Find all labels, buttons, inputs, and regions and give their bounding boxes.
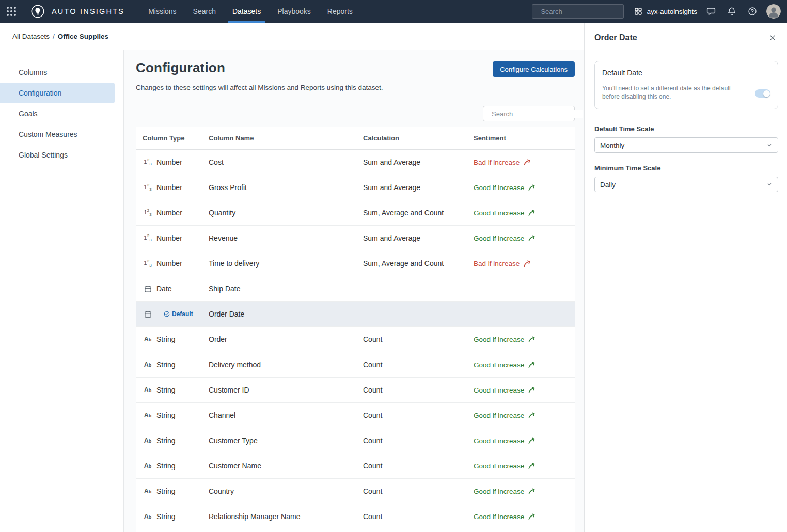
number-icon: 123 <box>143 233 153 242</box>
sidebar-item-columns[interactable]: Columns <box>0 62 115 83</box>
table-row[interactable]: Ab String Order Count Good if increase <box>136 327 575 352</box>
calculation: Count <box>363 462 474 470</box>
sentiment-selector[interactable]: Good if increase <box>474 513 536 521</box>
sentiment-selector[interactable]: Good if increase <box>474 386 536 394</box>
table-row[interactable]: 123 Number Gross Profit Sum and Average … <box>136 175 575 200</box>
sentiment-label: Good if increase <box>474 386 524 394</box>
workspace-grid-icon <box>634 7 642 15</box>
messages-button[interactable] <box>704 5 718 18</box>
column-name: Customer Name <box>209 462 363 470</box>
table-row[interactable]: 123 Number Time to delivery Sum, Average… <box>136 251 575 276</box>
sentiment-selector[interactable]: Good if increase <box>474 437 536 445</box>
table-row[interactable]: Default Order Date <box>136 302 575 327</box>
calculation: Sum, Average and Count <box>363 209 474 217</box>
default-date-toggle[interactable] <box>755 89 770 98</box>
calculation: Count <box>363 512 474 521</box>
sentiment-label: Good if increase <box>474 513 524 521</box>
table-body: 123 Number Cost Sum and Average Bad if i… <box>136 150 575 529</box>
sentiment-selector[interactable]: Bad if increase <box>474 260 531 268</box>
brand-title: AUTO INSIGHTS <box>52 7 124 15</box>
sidebar-item-configuration[interactable]: Configuration <box>0 83 115 103</box>
close-panel-button[interactable] <box>767 32 778 43</box>
table-row[interactable]: Ab String Customer Type Count Good if in… <box>136 428 575 453</box>
trend-up-icon <box>528 488 536 495</box>
sentiment-label: Good if increase <box>474 234 524 242</box>
help-button[interactable] <box>746 5 759 18</box>
sentiment-label: Good if increase <box>474 336 524 343</box>
column-type-label: String <box>156 335 176 343</box>
number-icon: 123 <box>143 158 153 166</box>
column-name: Quantity <box>209 209 363 217</box>
sentiment-selector[interactable]: Good if increase <box>474 234 536 242</box>
column-type-label: String <box>156 361 176 369</box>
sentiment-selector[interactable]: Good if increase <box>474 488 536 495</box>
auto-insights-logo-icon[interactable] <box>30 4 45 19</box>
default-badge: Default <box>164 310 193 318</box>
column-name: Customer ID <box>209 386 363 394</box>
workspace-switcher[interactable]: ayx-autoinsights <box>634 7 697 15</box>
header-column-name: Column Name <box>209 134 363 142</box>
table-row[interactable]: 123 Number Revenue Sum and Average Good … <box>136 226 575 251</box>
sentiment-selector[interactable]: Bad if increase <box>474 159 531 166</box>
number-icon: 123 <box>143 259 153 268</box>
notifications-button[interactable] <box>725 5 738 18</box>
table-row[interactable]: Ab String Channel Count Good if increase <box>136 403 575 428</box>
sentiment-selector[interactable]: Good if increase <box>474 462 536 470</box>
top-navigation: AUTO INSIGHTS Missions Search Datasets P… <box>0 0 787 23</box>
column-name: Delivery method <box>209 361 363 369</box>
default-time-scale-label: Default Time Scale <box>594 125 778 133</box>
global-search-input[interactable] <box>541 8 632 15</box>
calculation: Sum, Average and Count <box>363 259 474 268</box>
column-type-label: Number <box>156 209 182 217</box>
breadcrumb-separator: / <box>53 33 55 40</box>
sentiment-label: Good if increase <box>474 412 524 419</box>
table-row[interactable]: 123 Number Quantity Sum, Average and Cou… <box>136 200 575 226</box>
apps-grid-icon <box>7 7 16 16</box>
workspace-name: ayx-autoinsights <box>647 8 697 15</box>
sentiment-selector[interactable]: Good if increase <box>474 336 536 343</box>
table-row[interactable]: 123 Number Cost Sum and Average Bad if i… <box>136 150 575 175</box>
minimum-time-scale-select[interactable]: Daily <box>594 177 778 192</box>
table-row[interactable]: Date Ship Date <box>136 276 575 302</box>
trend-up-icon <box>528 513 536 521</box>
app-launcher-button[interactable] <box>0 0 23 23</box>
sentiment-selector[interactable]: Good if increase <box>474 209 536 217</box>
breadcrumb: All Datasets / Office Supplies <box>0 23 584 50</box>
sentiment-selector[interactable]: Good if increase <box>474 184 536 192</box>
table-row[interactable]: Ab String Relationship Manager Name Coun… <box>136 504 575 529</box>
sentiment-selector[interactable]: Good if increase <box>474 361 536 369</box>
breadcrumb-all-datasets[interactable]: All Datasets <box>12 33 50 40</box>
sidebar-item-goals[interactable]: Goals <box>0 103 115 124</box>
user-avatar[interactable] <box>766 4 781 19</box>
table-row[interactable]: Ab String Customer Name Count Good if in… <box>136 453 575 479</box>
nav-item-search[interactable]: Search <box>185 0 224 23</box>
global-search[interactable] <box>532 4 624 19</box>
string-icon: Ab <box>143 386 153 394</box>
column-name: Order <box>209 335 363 343</box>
string-icon: Ab <box>143 462 153 470</box>
configure-calculations-button[interactable]: Configure Calculations <box>493 61 575 77</box>
nav-item-datasets[interactable]: Datasets <box>224 0 269 23</box>
default-time-scale-select[interactable]: Monthly <box>594 137 778 153</box>
check-circle-icon <box>164 311 170 317</box>
page-title: Configuration <box>136 60 225 76</box>
column-type-label: String <box>156 386 176 394</box>
trend-up-icon <box>528 412 536 419</box>
table-search-input[interactable] <box>492 110 583 118</box>
nav-item-playbooks[interactable]: Playbooks <box>269 0 319 23</box>
column-type-label: String <box>156 487 176 495</box>
table-search[interactable] <box>483 106 575 121</box>
table-row[interactable]: Ab String Country Count Good if increase <box>136 479 575 504</box>
sentiment-selector[interactable]: Good if increase <box>474 412 536 419</box>
table-row[interactable]: Ab String Customer ID Count Good if incr… <box>136 378 575 403</box>
bell-icon <box>727 7 736 16</box>
nav-item-reports[interactable]: Reports <box>319 0 361 23</box>
calculation: Sum and Average <box>363 158 474 166</box>
table-row[interactable]: Ab String Delivery method Count Good if … <box>136 352 575 378</box>
nav-item-missions[interactable]: Missions <box>140 0 184 23</box>
default-date-card: Default Date You'll need to set a differ… <box>594 61 778 109</box>
column-type-label: String <box>156 436 176 445</box>
column-name: Gross Profit <box>209 183 363 192</box>
sidebar-item-custom-measures[interactable]: Custom Measures <box>0 124 115 145</box>
sidebar-item-global-settings[interactable]: Global Settings <box>0 145 115 165</box>
